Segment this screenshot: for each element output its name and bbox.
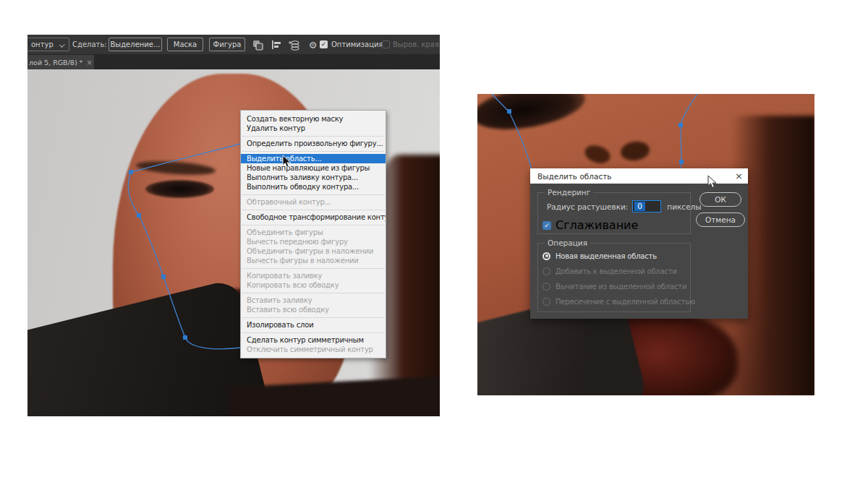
path-anchor-point[interactable] xyxy=(679,160,684,164)
antialias-label: Сглаживание xyxy=(556,218,638,232)
menu-item-define-custom-shape[interactable]: Определить произвольную фигуру... xyxy=(241,139,386,148)
photoshop-dialog-screenshot: Выделить область × Рендеринг Радиус раст… xyxy=(477,94,814,395)
ok-button[interactable]: ОК xyxy=(699,192,741,207)
cursor-arrow xyxy=(707,175,718,192)
radio-new-selection[interactable]: Новая выделенная область xyxy=(542,251,657,261)
radio-off-icon xyxy=(542,283,550,291)
menu-item-disable-symmetric-path: Отключить симметричный контур xyxy=(241,345,386,354)
radio-add-to-selection: Добавить к выделенной области xyxy=(542,266,677,276)
antialias-checkbox[interactable]: ✓ xyxy=(542,221,551,230)
align-edges-label: Выров. края xyxy=(393,40,439,48)
radio-label: Вычитание из выделенной области xyxy=(556,283,686,291)
menu-item-unite-shapes: Объединить фигуры xyxy=(241,228,386,237)
make-label: Сделать: xyxy=(72,40,107,48)
feather-radius-input[interactable]: 0 xyxy=(632,200,661,212)
document-tab-title: лой 5, RGB/8) * xyxy=(29,59,82,66)
document-tab[interactable]: лой 5, RGB/8) * × xyxy=(27,55,94,69)
tool-mode-dropdown[interactable]: онтур xyxy=(27,38,69,51)
radio-on-icon[interactable] xyxy=(542,252,550,260)
path-context-menu: Создать векторную маску Удалить контур О… xyxy=(240,110,386,358)
operation-group-label: Операция xyxy=(545,239,590,247)
menu-item-create-vector-mask[interactable]: Создать векторную маску xyxy=(241,114,386,124)
rendering-group: Рендеринг Радиус растушевки: 0 пикселы ✓… xyxy=(537,192,691,234)
menu-item-clipping-path: Обтравочный контур... xyxy=(241,197,386,207)
optimize-checkbox[interactable]: ✓ xyxy=(320,40,328,48)
radio-label: Новая выделенная область xyxy=(556,252,657,260)
radio-off-icon xyxy=(542,267,550,275)
pen-path-line xyxy=(492,94,533,175)
radio-subtract-from-selection: Вычитание из выделенной области xyxy=(542,281,686,291)
radio-label: Пересечение с выделенной областью xyxy=(556,298,695,306)
dialog-close-icon[interactable]: × xyxy=(735,171,743,181)
radio-intersect-with-selection: Пересечение с выделенной областью xyxy=(542,296,695,306)
menu-item-isolate-layers[interactable]: Изолировать слои xyxy=(241,320,386,330)
path-anchor-point[interactable] xyxy=(137,213,141,218)
feather-radius-value: 0 xyxy=(634,202,645,211)
menu-item-unite-shapes-at-overlap: Объединить фигуры в наложении xyxy=(241,246,386,256)
path-anchor-point[interactable] xyxy=(129,170,133,174)
cancel-button[interactable]: Отмена xyxy=(696,212,745,227)
menu-item-free-transform-path[interactable]: Свободное трансформирование контура xyxy=(241,212,386,222)
menu-separator xyxy=(242,332,385,333)
gear-icon[interactable]: ⚙ xyxy=(307,39,319,51)
menu-separator xyxy=(242,151,385,152)
path-anchor-point[interactable] xyxy=(678,123,683,127)
make-selection-button[interactable]: Выделение... xyxy=(109,38,162,51)
menu-item-make-path-symmetric[interactable]: Сделать контур симметричным xyxy=(241,335,386,345)
antialias-row: ✓ Сглаживание xyxy=(542,218,638,232)
menu-item-stroke-path[interactable]: Выполнить обводку контура... xyxy=(241,182,386,192)
menu-item-fill-path[interactable]: Выполнить заливку контура... xyxy=(241,173,386,182)
menu-item-delete-path[interactable]: Удалить контур xyxy=(241,124,386,133)
options-bar: онтур Сделать: Выделение... Маска Фигура… xyxy=(27,35,440,55)
menu-separator xyxy=(242,225,385,225)
menu-item-copy-fill: Копировать заливку xyxy=(241,271,386,280)
make-mask-button[interactable]: Маска xyxy=(167,38,203,51)
menu-item-paste-fill: Вставить заливку xyxy=(241,296,386,305)
feather-unit-label: пикселы xyxy=(667,202,701,211)
photoshop-window-screenshot: онтур Сделать: Выделение... Маска Фигура… xyxy=(27,35,440,416)
menu-separator xyxy=(242,194,385,195)
document-tab-bar: лой 5, RGB/8) * × xyxy=(27,55,440,69)
menu-separator xyxy=(242,136,385,137)
make-shape-button[interactable]: Фигура xyxy=(209,38,245,51)
chevron-down-icon xyxy=(59,42,65,48)
path-anchor-point[interactable] xyxy=(507,109,511,113)
menu-separator xyxy=(242,317,385,318)
menu-separator xyxy=(242,268,385,269)
menu-item-new-guides-from-shape[interactable]: Новые направляющие из фигуры xyxy=(241,163,386,173)
cursor-arrow xyxy=(282,155,292,171)
path-arrangement-icon[interactable] xyxy=(288,39,300,51)
tool-mode-label: онтур xyxy=(31,40,54,48)
menu-item-make-selection[interactable]: Выделить область... xyxy=(241,154,386,163)
operation-group: Операция Новая выделенная область Добави… xyxy=(537,243,691,312)
menu-separator xyxy=(242,293,385,293)
path-alignment-icon[interactable] xyxy=(271,39,283,51)
radio-label: Добавить к выделенной области xyxy=(556,267,677,275)
optimize-label: Оптимизация xyxy=(331,40,383,48)
menu-item-subtract-front-shape: Вычесть переднюю фигуру xyxy=(241,237,386,246)
radio-off-icon xyxy=(542,298,550,306)
feather-radius-label: Радиус растушевки: xyxy=(547,202,628,211)
path-operations-icon[interactable] xyxy=(252,39,264,51)
feather-radius-row: Радиус растушевки: 0 пикселы xyxy=(547,200,702,212)
menu-item-copy-stroke: Копировать всю обводку xyxy=(241,280,386,290)
image-canvas[interactable]: Создать векторную маску Удалить контур О… xyxy=(27,69,440,416)
menu-item-subtract-shapes-at-overlap: Вычесть фигуры в наложении xyxy=(241,256,386,265)
menu-separator xyxy=(242,210,385,210)
rendering-group-label: Рендеринг xyxy=(545,188,593,197)
dialog-title: Выделить область xyxy=(537,172,612,181)
pen-path-line xyxy=(128,141,252,349)
menu-item-paste-stroke: Вставить всю обводку xyxy=(241,305,386,314)
path-anchor-point[interactable] xyxy=(183,335,187,340)
align-edges-checkbox[interactable] xyxy=(382,40,390,48)
path-anchor-point[interactable] xyxy=(161,275,166,279)
tab-close-icon[interactable]: × xyxy=(86,59,92,66)
